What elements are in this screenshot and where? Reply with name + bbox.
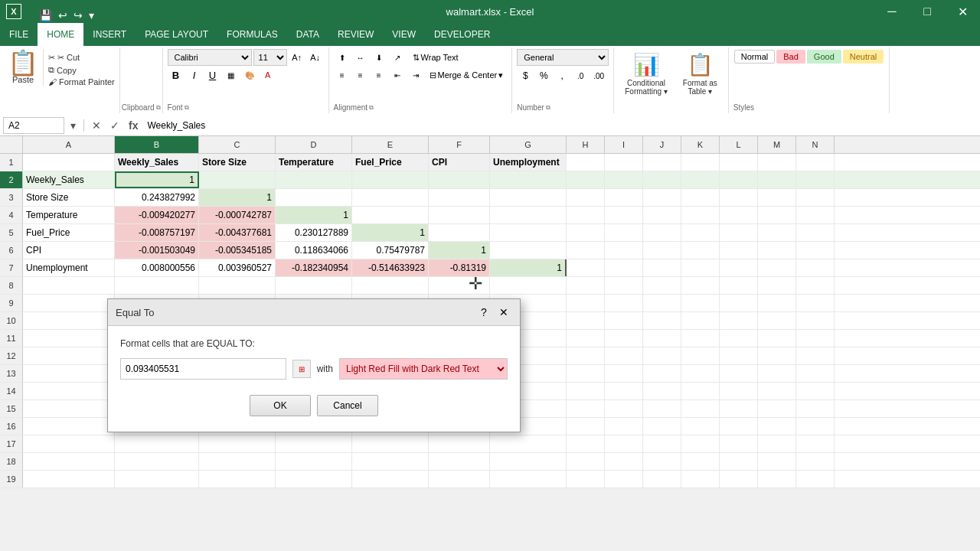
- dialog-cancel-button[interactable]: Cancel: [317, 395, 378, 416]
- dialog-prompt: Format cells that are EQUAL TO:: [120, 338, 508, 349]
- dialog-title: Equal To: [116, 307, 154, 318]
- dialog-input-row: ⊞ with Light Red Fill with Dark Red Text…: [120, 358, 508, 380]
- format-style-select[interactable]: Light Red Fill with Dark Red Text Yellow…: [339, 358, 508, 380]
- equal-to-dialog: Equal To ? ✕ Format cells that are EQUAL…: [107, 298, 521, 432]
- dialog-ok-button[interactable]: OK: [250, 395, 311, 416]
- dialog-buttons: OK Cancel: [120, 392, 508, 422]
- dialog-close-button[interactable]: ✕: [495, 304, 512, 321]
- dialog-help-button[interactable]: ?: [475, 304, 492, 321]
- dialog-overlay: Equal To ? ✕ Format cells that are EQUAL…: [0, 0, 980, 551]
- dialog-controls: ? ✕: [475, 304, 512, 321]
- dialog-with-label: with: [317, 364, 333, 374]
- dialog-title-bar[interactable]: Equal To ? ✕: [108, 299, 520, 326]
- dialog-ref-button[interactable]: ⊞: [292, 360, 311, 378]
- equal-to-input[interactable]: [120, 358, 286, 380]
- dialog-body: Format cells that are EQUAL TO: ⊞ with L…: [108, 326, 520, 432]
